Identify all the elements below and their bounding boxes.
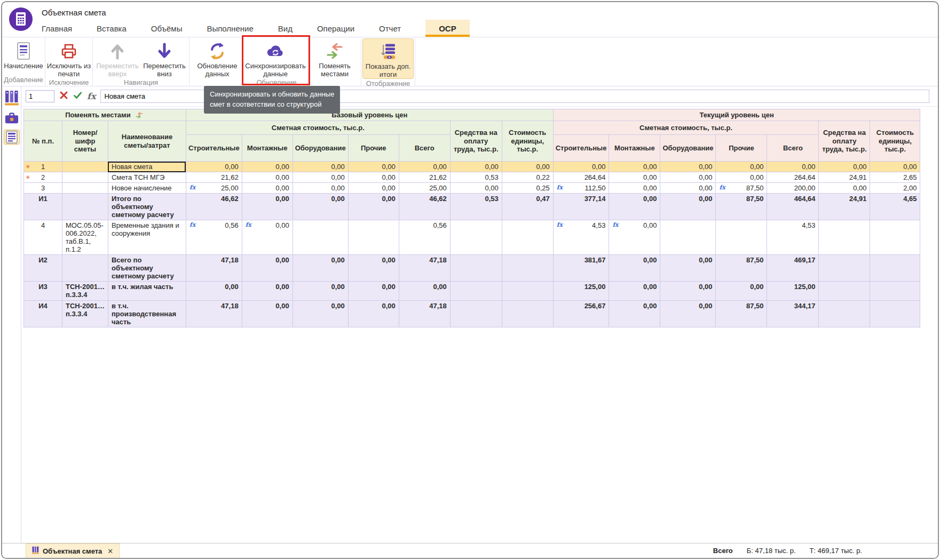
row-number-cell[interactable]: И4	[24, 301, 62, 327]
value-cell[interactable]: 0,00	[242, 282, 293, 301]
value-cell[interactable]: 0,00	[716, 162, 767, 172]
value-cell[interactable]	[819, 255, 870, 282]
value-cell[interactable]: 0,00	[660, 301, 716, 327]
estimate-code-cell[interactable]	[62, 255, 108, 282]
estimate-name-cell[interactable]: Новая смета	[108, 162, 186, 172]
estimate-name-cell[interactable]: в т.ч. производственная часть	[108, 301, 186, 327]
value-cell[interactable]: 464,64	[767, 194, 819, 220]
value-cell[interactable]: 0,00	[399, 162, 450, 172]
value-cell[interactable]: 125,00	[553, 282, 609, 301]
value-cell[interactable]: 0,00	[242, 183, 293, 194]
value-cell[interactable]: 0,00	[348, 255, 399, 282]
value-cell[interactable]: fx0,56	[186, 220, 242, 255]
estimate-table-view-icon[interactable]	[4, 130, 20, 145]
value-cell[interactable]: 87,50	[716, 194, 767, 220]
value-cell[interactable]: 0,00	[293, 162, 348, 172]
value-cell[interactable]: 2,00	[870, 183, 920, 194]
value-cell[interactable]: 21,62	[186, 172, 242, 183]
value-cell[interactable]: 0,00	[767, 162, 819, 172]
menu-tab-1[interactable]: Вставка	[97, 20, 127, 37]
value-cell[interactable]	[819, 282, 870, 301]
estimate-name-cell[interactable]: в т.ч. жилая часть	[108, 282, 186, 301]
estimate-code-cell[interactable]: МОС.05.05-006.2022, таб.В.1, п.1.2	[62, 220, 108, 255]
estimate-code-cell[interactable]	[62, 162, 108, 172]
value-cell[interactable]: 344,17	[767, 301, 819, 327]
value-cell[interactable]: 256,67	[553, 301, 609, 327]
value-cell[interactable]: 0,00	[399, 282, 450, 301]
menu-tab-3[interactable]: Выполнение	[207, 20, 253, 37]
value-cell[interactable]: 0,00	[870, 162, 920, 172]
value-cell[interactable]: 0,00	[293, 301, 348, 327]
value-cell[interactable]: 0,00	[609, 162, 660, 172]
value-cell[interactable]: fx0,00	[609, 220, 660, 255]
value-cell[interactable]: 0,00	[609, 255, 660, 282]
value-cell[interactable]: 0,00	[242, 194, 293, 220]
value-cell[interactable]	[293, 220, 348, 255]
briefcase-view-icon[interactable]	[4, 110, 20, 125]
value-cell[interactable]: 0,56	[399, 220, 450, 255]
value-cell[interactable]: 0,00	[553, 162, 609, 172]
value-cell[interactable]: 21,62	[399, 172, 450, 183]
estimate-code-cell[interactable]: ТСН-2001… п.3.3.4	[62, 301, 108, 327]
value-cell[interactable]: 4,65	[870, 194, 920, 220]
row-number-cell[interactable]: ✳2	[24, 172, 62, 183]
row-number-input[interactable]	[26, 90, 54, 102]
row-number-cell[interactable]: 4	[24, 220, 62, 255]
value-cell[interactable]: 0,00	[242, 301, 293, 327]
estimate-code-cell[interactable]: ТСН-2001… п.3.3.4	[62, 282, 108, 301]
value-cell[interactable]: fx112,50	[553, 183, 609, 194]
value-cell[interactable]: 0,00	[348, 183, 399, 194]
value-cell[interactable]: 0,00	[293, 172, 348, 183]
value-cell[interactable]: fx4,53	[553, 220, 609, 255]
value-cell[interactable]: 0,00	[450, 162, 502, 172]
swap-columns-header[interactable]: Поменять местами	[24, 109, 186, 121]
value-cell[interactable]: 0,00	[660, 172, 716, 183]
value-cell[interactable]	[819, 301, 870, 327]
value-cell[interactable]: 0,00	[293, 194, 348, 220]
value-cell[interactable]: 0,00	[660, 162, 716, 172]
value-cell[interactable]: 0,00	[348, 282, 399, 301]
value-cell[interactable]: 47,18	[186, 301, 242, 327]
value-cell[interactable]: 0,25	[502, 183, 553, 194]
value-cell[interactable]	[870, 282, 920, 301]
row-number-cell[interactable]: И1	[24, 194, 62, 220]
value-cell[interactable]: 200,00	[767, 183, 819, 194]
value-cell[interactable]: 0,00	[348, 172, 399, 183]
value-cell[interactable]	[716, 220, 767, 255]
value-cell[interactable]: 125,00	[767, 282, 819, 301]
value-cell[interactable]: 0,00	[819, 162, 870, 172]
value-cell[interactable]: 0,00	[242, 162, 293, 172]
value-cell[interactable]: 377,14	[553, 194, 609, 220]
menu-tab-6[interactable]: Отчет	[379, 20, 401, 37]
document-tab[interactable]: Объектная смета ✕	[26, 543, 120, 558]
value-cell[interactable]: 24,91	[819, 194, 870, 220]
value-cell[interactable]: 0,00	[716, 282, 767, 301]
row-number-cell[interactable]: И2	[24, 255, 62, 282]
value-cell[interactable]: 264,64	[553, 172, 609, 183]
value-cell[interactable]	[502, 282, 553, 301]
value-cell[interactable]: 0,00	[242, 255, 293, 282]
value-cell[interactable]: 47,18	[186, 255, 242, 282]
value-cell[interactable]: 0,00	[186, 282, 242, 301]
menu-tab-0[interactable]: Главная	[42, 20, 72, 37]
value-cell[interactable]: 0,00	[609, 172, 660, 183]
value-cell[interactable]: 0,00	[609, 301, 660, 327]
sync-data-button[interactable]: Синхронизировать данные	[244, 38, 307, 78]
row-number-cell[interactable]: 3	[24, 183, 62, 194]
value-cell[interactable]: 87,50	[716, 301, 767, 327]
value-cell[interactable]: 0,00	[293, 183, 348, 194]
value-cell[interactable]: 0,00	[660, 194, 716, 220]
value-cell[interactable]	[450, 301, 502, 327]
value-cell[interactable]: 47,18	[399, 301, 450, 327]
value-cell[interactable]: 0,53	[450, 194, 502, 220]
value-cell[interactable]	[660, 220, 716, 255]
value-cell[interactable]: 0,53	[450, 172, 502, 183]
move-down-button[interactable]: Переместить вниз	[141, 38, 188, 78]
row-number-cell[interactable]: И3	[24, 282, 62, 301]
value-cell[interactable]: 0,00	[660, 183, 716, 194]
confirm-icon[interactable]	[73, 91, 82, 102]
value-cell[interactable]: 2,65	[870, 172, 920, 183]
value-cell[interactable]: 0,00	[186, 162, 242, 172]
value-cell[interactable]: 0,00	[242, 172, 293, 183]
value-cell[interactable]	[450, 220, 502, 255]
